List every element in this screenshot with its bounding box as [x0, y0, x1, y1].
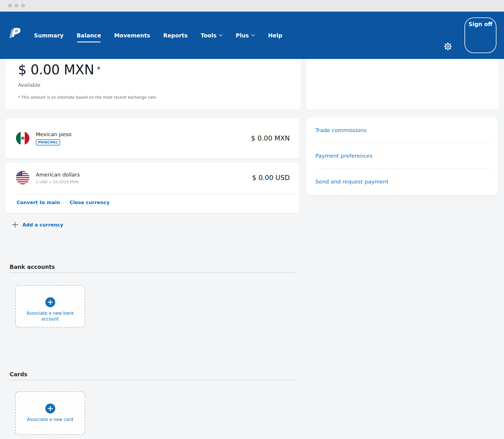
currency-amount: $ 0.00 USD: [252, 174, 290, 181]
sign-off-label: Sign off: [469, 21, 492, 27]
plus-circle-icon: [45, 297, 55, 307]
nav-item-summary[interactable]: Summary: [34, 32, 63, 39]
exchange-rate-disclaimer: * This amount is an estimate based on th…: [18, 95, 301, 100]
window-control-icon[interactable]: [21, 3, 25, 8]
associate-card-label: Associate a new card: [24, 417, 76, 422]
currency-info: Mexican peso PRINCIPAL: [36, 131, 72, 145]
nav-item-label: Summary: [34, 32, 63, 39]
nav-item-tools[interactable]: Tools: [201, 32, 222, 39]
bank-accounts-heading: Bank accounts: [10, 264, 55, 270]
window-control-icon[interactable]: [8, 3, 12, 8]
available-label: Available: [18, 82, 301, 88]
currency-name: Mexican peso: [36, 131, 72, 137]
currency-info: American dollars 1 USD = 20.5523 MXN: [36, 172, 80, 184]
quick-link-row: Trade commissions: [315, 118, 492, 143]
hero-side-panel: [307, 59, 499, 109]
currency-actions: Convert to main Close currency: [17, 200, 110, 205]
associate-bank-account-button[interactable]: Associate a new bank account: [15, 285, 85, 328]
top-nav: P P Summary Balance Movements Reports To…: [0, 12, 504, 59]
principal-badge: PRINCIPAL: [36, 139, 60, 145]
associate-bank-account-label: Associate a new bank account: [24, 310, 76, 322]
nav-item-label: Movements: [114, 32, 150, 39]
nav-item-label: Plus: [236, 32, 249, 39]
settings-gear-icon[interactable]: [443, 41, 453, 52]
nav-menu: Summary Balance Movements Reports Tools …: [34, 12, 282, 59]
nav-item-movements[interactable]: Movements: [114, 32, 150, 39]
balance-hero: $ 0.00 MXN* Available * This amount is a…: [5, 59, 301, 109]
nav-item-label: Balance: [76, 32, 101, 39]
currency-card-mxn: Mexican peso PRINCIPAL $ 0.00 MXN: [5, 118, 299, 158]
divider: [16, 194, 295, 195]
cards-heading: Cards: [10, 371, 27, 377]
chevron-down-icon: [251, 34, 255, 37]
currency-card-usd: American dollars 1 USD = 20.5523 MXN $ 0…: [5, 163, 299, 213]
nav-item-label: Reports: [163, 32, 188, 39]
nav-item-label: Help: [268, 32, 282, 39]
svg-text:P: P: [10, 26, 20, 40]
window-control-icon[interactable]: [15, 3, 19, 8]
divider: [10, 272, 295, 273]
send-request-payment-link[interactable]: Send and request payment: [315, 179, 389, 185]
payment-preferences-link[interactable]: Payment preferences: [315, 153, 373, 159]
exchange-rate: 1 USD = 20.5523 MXN: [36, 180, 80, 184]
plus-icon: [12, 221, 19, 228]
nav-item-balance[interactable]: Balance: [76, 32, 101, 39]
chevron-down-icon: [219, 34, 223, 37]
currency-row: American dollars 1 USD = 20.5523 MXN $ 0…: [5, 163, 299, 193]
nav-item-label: Tools: [201, 32, 216, 39]
quick-links-card: Trade commissions Payment preferences Se…: [307, 118, 498, 195]
add-currency-label: Add a currency: [22, 222, 63, 228]
quick-link-row: Send and request payment: [315, 169, 492, 194]
window-titlebar: [0, 0, 504, 12]
convert-to-main-link[interactable]: Convert to main: [17, 200, 60, 205]
total-balance-amount: $ 0.00 MXN*: [18, 62, 301, 78]
nav-item-help[interactable]: Help: [268, 32, 282, 39]
nav-item-reports[interactable]: Reports: [163, 32, 188, 39]
quick-link-row: Payment preferences: [315, 143, 492, 169]
sign-off-button[interactable]: Sign off: [464, 17, 496, 53]
currency-amount: $ 0.00 MXN: [251, 134, 290, 142]
close-currency-link[interactable]: Close currency: [70, 200, 110, 205]
paypal-balance-page: P P Summary Balance Movements Reports To…: [0, 0, 504, 439]
trade-commissions-link[interactable]: Trade commissions: [315, 127, 367, 133]
nav-item-plus[interactable]: Plus: [236, 32, 255, 39]
associate-card-button[interactable]: Associate a new card: [15, 391, 85, 435]
plus-circle-icon: [45, 404, 55, 413]
add-currency-link[interactable]: Add a currency: [12, 221, 63, 228]
currency-name: American dollars: [36, 172, 80, 178]
usa-flag-icon: [16, 171, 29, 184]
paypal-logo-icon[interactable]: P P: [8, 25, 20, 40]
estimate-asterisk: *: [97, 65, 101, 73]
mexico-flag-icon: [16, 132, 29, 145]
divider: [10, 380, 295, 380]
